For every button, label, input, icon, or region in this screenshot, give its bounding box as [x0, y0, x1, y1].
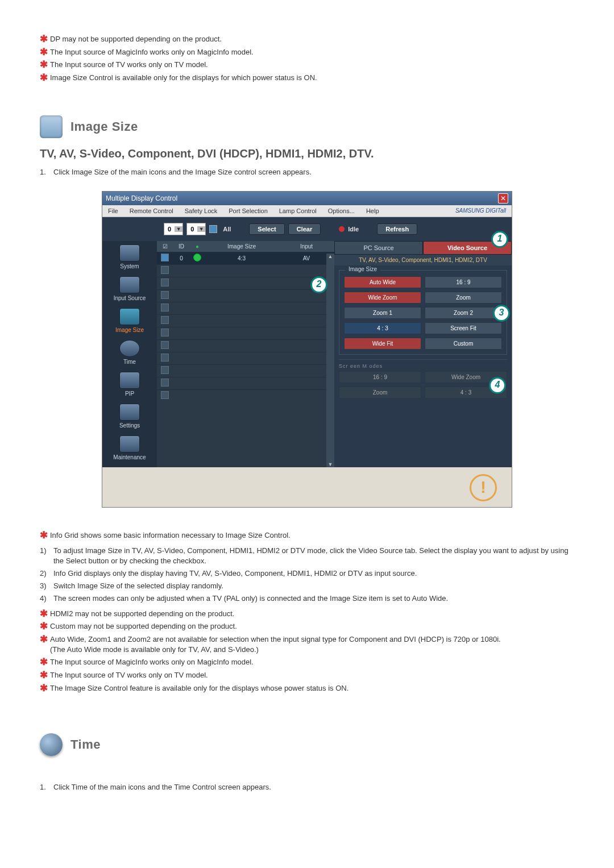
time-icon: [119, 340, 140, 357]
scroll-up-icon[interactable]: ▲: [328, 254, 333, 259]
dim-16-9-button[interactable]: 16 : 9: [339, 371, 421, 383]
chevron-down-icon[interactable]: ▼: [175, 226, 182, 232]
row-checkbox[interactable]: [161, 254, 169, 261]
input-source-icon: [119, 276, 140, 293]
sidebar-item-settings[interactable]: Settings: [102, 404, 157, 429]
image-size-group: Image Size Auto Wide 16 : 9 Wide Zoom Zo…: [339, 270, 507, 355]
section-image-size-head: Image Size: [40, 115, 574, 138]
idle-led-icon: [339, 226, 345, 232]
scrollbar[interactable]: ▲ ▼: [326, 254, 334, 467]
sidebar-item-pip[interactable]: PIP: [102, 372, 157, 397]
table-row[interactable]: [157, 365, 334, 377]
table-row[interactable]: [157, 340, 334, 352]
table-row[interactable]: [157, 352, 334, 365]
wide-fit-button[interactable]: Wide Fit: [344, 338, 421, 350]
screen-fit-button[interactable]: Screen Fit: [425, 322, 502, 334]
status-led-icon: [193, 254, 201, 261]
menu-options[interactable]: Options...: [322, 205, 360, 217]
sidebar-item-maintenance[interactable]: Maintenance: [102, 435, 157, 460]
row-checkbox[interactable]: [161, 341, 169, 349]
table-row[interactable]: 0 4:3 AV: [157, 252, 334, 265]
section-time-head: Time: [40, 733, 574, 756]
row-checkbox[interactable]: [161, 391, 169, 399]
chevron-down-icon[interactable]: ▼: [197, 226, 205, 232]
table-row[interactable]: [157, 265, 334, 277]
spin-b[interactable]: 0 ▼: [186, 223, 206, 235]
menu-file[interactable]: File: [102, 205, 124, 217]
wide-zoom-button[interactable]: Wide Zoom: [344, 292, 421, 304]
row-checkbox[interactable]: [161, 316, 169, 324]
star-icon: ✱: [40, 657, 50, 668]
row-checkbox[interactable]: [161, 329, 169, 337]
auto-wide-button[interactable]: Auto Wide: [344, 276, 421, 288]
top-notes: ✱DP may not be supported depending on th…: [40, 34, 574, 84]
table-row[interactable]: [157, 315, 334, 327]
refresh-button[interactable]: Refresh: [377, 223, 417, 235]
footer-bar: !: [102, 467, 512, 507]
app-screenshot: Multiple Display Control ✕ File Remote C…: [102, 191, 512, 508]
menu-remote[interactable]: Remote Control: [124, 205, 179, 217]
image-size-subtitle: TV, AV, S-Video, Component, DVI (HDCP), …: [40, 147, 574, 160]
all-label: All: [223, 226, 231, 232]
right-pane: PC Source Video Source TV, AV, S-Video, …: [334, 241, 512, 467]
select-button[interactable]: Select: [249, 223, 284, 235]
4-3-button[interactable]: 4 : 3: [344, 322, 421, 334]
image-size-icon: [40, 115, 63, 138]
menu-lamp[interactable]: Lamp Control: [273, 205, 322, 217]
row-checkbox[interactable]: [161, 291, 169, 299]
table-row[interactable]: [157, 277, 334, 290]
maintenance-icon: [119, 435, 140, 452]
info-icon: !: [470, 474, 497, 501]
callout-4: 4: [489, 377, 506, 394]
zoom-button[interactable]: Zoom: [425, 292, 502, 304]
star-icon: ✱: [40, 530, 50, 541]
row-checkbox[interactable]: [161, 366, 169, 374]
spin-a[interactable]: 0 ▼: [164, 223, 183, 235]
table-row[interactable]: [157, 327, 334, 340]
callout-1: 1: [491, 231, 508, 248]
table-row[interactable]: [157, 290, 334, 302]
tab-pc-source[interactable]: PC Source: [334, 241, 423, 255]
grid-header: ☑ ID ● Image Size Input: [157, 241, 334, 252]
row-checkbox[interactable]: [161, 279, 169, 286]
custom-button[interactable]: Custom: [425, 338, 502, 350]
idle-label: Idle: [348, 226, 359, 232]
sidebar-item-system[interactable]: System: [102, 244, 157, 269]
row-checkbox[interactable]: [161, 379, 169, 387]
table-row[interactable]: [157, 377, 334, 390]
table-row[interactable]: [157, 390, 334, 400]
star-icon: ✱: [40, 34, 50, 45]
menu-help[interactable]: Help: [360, 205, 385, 217]
menu-port[interactable]: Port Selection: [223, 205, 273, 217]
16-9-button[interactable]: 16 : 9: [425, 276, 502, 288]
info-grid: ☑ ID ● Image Size Input 0 4:3 AV: [157, 241, 334, 467]
callout-3: 3: [493, 305, 510, 322]
table-row[interactable]: [157, 302, 334, 315]
row-checkbox[interactable]: [161, 354, 169, 362]
star-icon: ✱: [40, 670, 50, 681]
sidebar-item-input-source[interactable]: Input Source: [102, 276, 157, 301]
image-size-intro: 1. Click Image Size of the main icons an…: [40, 167, 574, 189]
all-checkbox[interactable]: [209, 225, 217, 233]
zoom2-button[interactable]: Zoom 2: [425, 307, 502, 319]
section-image-size-title: Image Size: [70, 119, 138, 134]
clear-button[interactable]: Clear: [288, 223, 321, 235]
menubar: File Remote Control Safety Lock Port Sel…: [102, 205, 512, 217]
sidebar-item-time[interactable]: Time: [102, 340, 157, 365]
sidebar-item-image-size[interactable]: Image Size: [102, 308, 157, 333]
zoom1-button[interactable]: Zoom 1: [344, 307, 421, 319]
close-icon[interactable]: ✕: [498, 193, 508, 203]
star-icon: ✱: [40, 634, 50, 645]
star-icon: ✱: [40, 609, 50, 620]
system-icon: [119, 244, 140, 261]
dim-zoom-button[interactable]: Zoom: [339, 387, 421, 398]
screen-modes-group: Scr een M odes 16 : 9 Wide Zoom Zoom 4 :…: [339, 359, 507, 384]
row-checkbox[interactable]: [161, 304, 169, 312]
star-icon: ✱: [40, 60, 50, 70]
scroll-down-icon[interactable]: ▼: [328, 462, 333, 467]
menu-safety[interactable]: Safety Lock: [179, 205, 223, 217]
callout-2: 2: [310, 276, 327, 293]
time-section-icon: [40, 733, 63, 756]
star-icon: ✱: [40, 683, 50, 694]
row-checkbox[interactable]: [161, 266, 169, 274]
